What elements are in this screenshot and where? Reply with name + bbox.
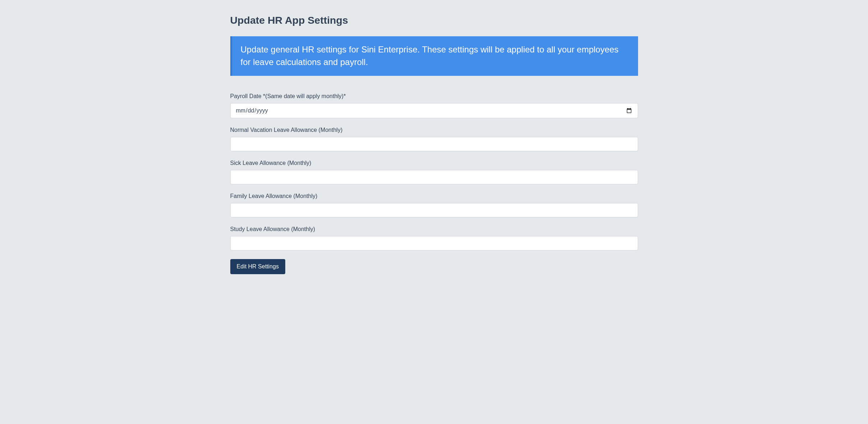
vacation-leave-label: Normal Vacation Leave Allowance (Monthly…: [230, 127, 638, 133]
payroll-date-group: Payroll Date *(Same date will apply mont…: [230, 93, 638, 118]
family-leave-input[interactable]: [230, 203, 638, 217]
payroll-date-input[interactable]: [230, 103, 638, 118]
study-leave-group: Study Leave Allowance (Monthly): [230, 226, 638, 250]
date-input-wrapper: [230, 103, 638, 118]
vacation-leave-input[interactable]: [230, 137, 638, 151]
vacation-leave-group: Normal Vacation Leave Allowance (Monthly…: [230, 127, 638, 151]
sick-leave-label: Sick Leave Allowance (Monthly): [230, 160, 638, 166]
study-leave-label: Study Leave Allowance (Monthly): [230, 226, 638, 232]
settings-container: Update HR App Settings Update general HR…: [230, 14, 638, 274]
sick-leave-input[interactable]: [230, 170, 638, 184]
payroll-date-label: Payroll Date *(Same date will apply mont…: [230, 93, 638, 100]
family-leave-group: Family Leave Allowance (Monthly): [230, 193, 638, 217]
edit-hr-settings-button[interactable]: Edit HR Settings: [230, 259, 285, 274]
study-leave-input[interactable]: [230, 236, 638, 250]
sick-leave-group: Sick Leave Allowance (Monthly): [230, 160, 638, 184]
info-banner: Update general HR settings for Sini Ente…: [230, 36, 638, 76]
page-title: Update HR App Settings: [230, 14, 638, 26]
hr-settings-form: Payroll Date *(Same date will apply mont…: [230, 93, 638, 274]
family-leave-label: Family Leave Allowance (Monthly): [230, 193, 638, 199]
